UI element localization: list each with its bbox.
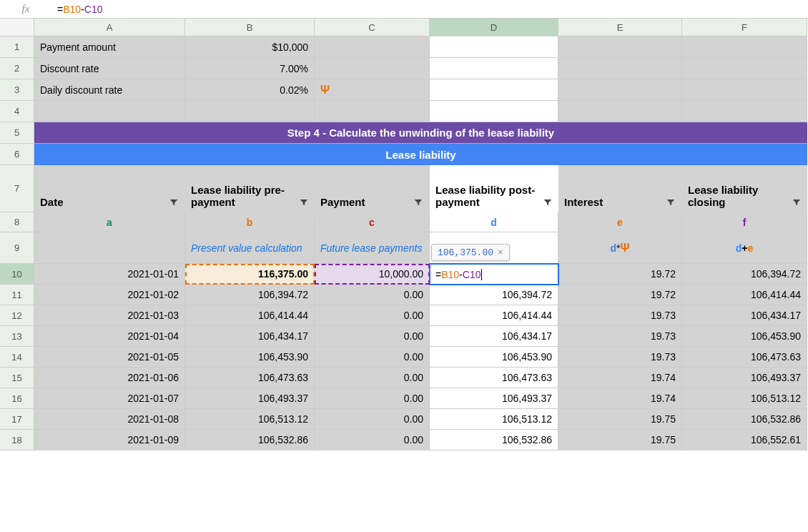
cell-B18[interactable]: 106,532.86	[185, 430, 315, 450]
cell-E9[interactable]: d * Ψ	[558, 232, 682, 264]
cell-A11[interactable]: 2021-01-02	[34, 285, 185, 305]
cell-E13[interactable]: 19.73	[558, 326, 682, 347]
cell-F10[interactable]: 106,394.72	[682, 264, 807, 285]
cell-F2[interactable]	[682, 58, 807, 79]
cell-F4[interactable]	[682, 101, 807, 122]
cell-B9[interactable]: Present value calculation	[185, 232, 315, 264]
row-14[interactable]: 14	[0, 347, 34, 368]
cell-D11[interactable]: 106,394.72	[430, 285, 558, 305]
row-7[interactable]: 7	[0, 165, 34, 212]
cell-A9[interactable]	[34, 232, 185, 264]
col-F[interactable]: F	[682, 19, 807, 36]
filter-icon[interactable]	[665, 197, 676, 208]
cell-C15[interactable]: 0.00	[315, 368, 430, 388]
cell-C14[interactable]: 0.00	[315, 347, 430, 368]
cell-B3[interactable]: 0.02%	[185, 79, 315, 101]
filter-icon[interactable]	[413, 197, 424, 208]
cell-B2[interactable]: 7.00%	[185, 58, 315, 79]
row-6[interactable]: 6	[0, 144, 34, 165]
cell-B11[interactable]: 106,394.72	[185, 285, 315, 305]
cell-C12[interactable]: 0.00	[315, 305, 430, 326]
cell-A8[interactable]: a	[34, 212, 185, 232]
row-12[interactable]: 12	[0, 305, 34, 326]
col-D[interactable]: D	[430, 19, 558, 36]
cell-E14[interactable]: 19.73	[558, 347, 682, 368]
cell-C17[interactable]: 0.00	[315, 409, 430, 430]
cell-C18[interactable]: 0.00	[315, 430, 430, 450]
cell-A18[interactable]: 2021-01-09	[34, 430, 185, 450]
cell-A15[interactable]: 2021-01-06	[34, 368, 185, 388]
fx-icon[interactable]: fx	[0, 3, 51, 15]
row-16[interactable]: 16	[0, 388, 34, 409]
cell-D16[interactable]: 106,493.37	[430, 388, 558, 409]
row-1[interactable]: 1	[0, 36, 34, 58]
cell-F14[interactable]: 106,473.63	[682, 347, 807, 368]
cell-A13[interactable]: 2021-01-04	[34, 326, 185, 347]
cell-B12[interactable]: 106,414.44	[185, 305, 315, 326]
cell-D1[interactable]	[430, 36, 558, 58]
cell-F9[interactable]: d + e	[682, 232, 807, 264]
header-post[interactable]: Lease liability post-payment	[430, 165, 558, 212]
cell-A17[interactable]: 2021-01-08	[34, 409, 185, 430]
cell-D18[interactable]: 106,532.86	[430, 430, 558, 450]
cell-C9[interactable]: Future lease payments	[315, 232, 430, 264]
cell-A4[interactable]	[34, 101, 185, 122]
cell-E10[interactable]: 19.72	[558, 264, 682, 285]
filter-icon[interactable]	[168, 197, 179, 208]
cell-E3[interactable]	[558, 79, 682, 101]
cell-F8[interactable]: f	[682, 212, 807, 232]
cell-F18[interactable]: 106,552.61	[682, 430, 807, 450]
cell-E15[interactable]: 19.74	[558, 368, 682, 388]
row-18[interactable]: 18	[0, 430, 34, 450]
cell-F16[interactable]: 106,513.12	[682, 388, 807, 409]
row-3[interactable]: 3	[0, 79, 34, 101]
col-B[interactable]: B	[185, 19, 315, 36]
header-pre[interactable]: Lease liability pre-payment	[185, 165, 315, 212]
cell-B8[interactable]: b	[185, 212, 315, 232]
cell-D12[interactable]: 106,414.44	[430, 305, 558, 326]
cell-E1[interactable]	[558, 36, 682, 58]
cell-E16[interactable]: 19.74	[558, 388, 682, 409]
cell-A14[interactable]: 2021-01-05	[34, 347, 185, 368]
cell-A10[interactable]: 2021-01-01	[34, 264, 185, 285]
filter-icon[interactable]	[299, 197, 309, 208]
row-10[interactable]: 10	[0, 264, 34, 285]
row-17[interactable]: 17	[0, 409, 34, 430]
row-2[interactable]: 2	[0, 58, 34, 79]
cell-D15[interactable]: 106,473.63	[430, 368, 558, 388]
cell-C1[interactable]	[315, 36, 430, 58]
cell-F17[interactable]: 106,532.86	[682, 409, 807, 430]
cell-E2[interactable]	[558, 58, 682, 79]
header-interest[interactable]: Interest	[558, 165, 682, 212]
col-C[interactable]: C	[315, 19, 430, 36]
row-11[interactable]: 11	[0, 285, 34, 305]
cell-D17[interactable]: 106,513.12	[430, 409, 558, 430]
col-E[interactable]: E	[558, 19, 682, 36]
cell-D10-editing[interactable]: 106,375.00× =B10-C10	[430, 264, 558, 285]
cell-A12[interactable]: 2021-01-03	[34, 305, 185, 326]
cell-C4[interactable]	[315, 101, 430, 122]
cell-F12[interactable]: 106,434.17	[682, 305, 807, 326]
cell-C8[interactable]: c	[315, 212, 430, 232]
cell-C11[interactable]: 0.00	[315, 285, 430, 305]
header-closing[interactable]: Lease liability closing	[682, 165, 807, 212]
row-13[interactable]: 13	[0, 326, 34, 347]
row-8[interactable]: 8	[0, 212, 34, 232]
row-9[interactable]: 9	[0, 232, 34, 264]
select-all-corner[interactable]	[0, 19, 34, 36]
cell-D8[interactable]: d	[430, 212, 558, 232]
col-A[interactable]: A	[34, 19, 185, 36]
cell-B16[interactable]: 106,493.37	[185, 388, 315, 409]
header-date[interactable]: Date	[34, 165, 185, 212]
cell-C3[interactable]: Ψ	[315, 79, 430, 101]
hint-close-icon[interactable]: ×	[498, 247, 503, 257]
header-payment[interactable]: Payment	[315, 165, 430, 212]
cell-B13[interactable]: 106,434.17	[185, 326, 315, 347]
cell-B17[interactable]: 106,513.12	[185, 409, 315, 430]
row-15[interactable]: 15	[0, 368, 34, 388]
cell-B10[interactable]: 116,375.00	[185, 264, 315, 285]
cell-F3[interactable]	[682, 79, 807, 101]
cell-E8[interactable]: e	[558, 212, 682, 232]
cell-C13[interactable]: 0.00	[315, 326, 430, 347]
cell-F1[interactable]	[682, 36, 807, 58]
